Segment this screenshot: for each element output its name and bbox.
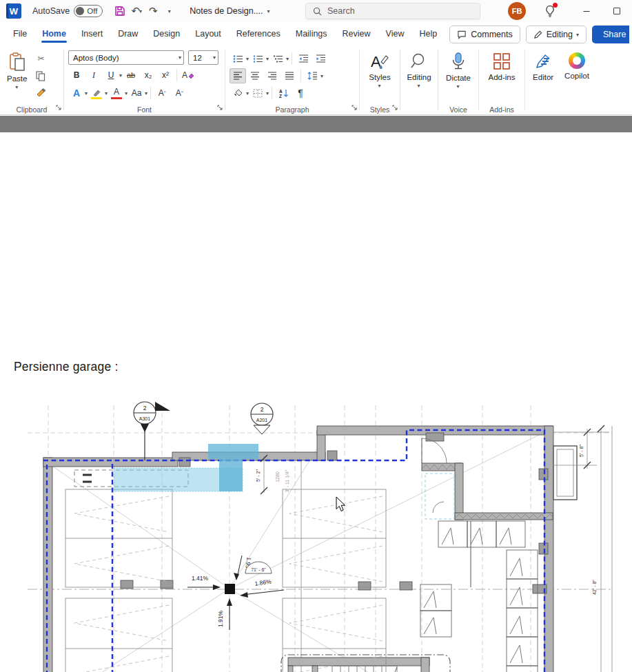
font-color-chevron-icon[interactable]: ▾ bbox=[125, 90, 128, 96]
whats-new-button[interactable] bbox=[541, 2, 559, 20]
copy-button[interactable] bbox=[32, 68, 49, 83]
paste-chevron-icon: ▾ bbox=[15, 84, 18, 90]
change-case-button[interactable]: Aa bbox=[128, 85, 145, 101]
editing-group: Editing ▾ bbox=[400, 47, 438, 115]
callout-a201: 2 A201 bbox=[251, 403, 273, 434]
editing-button[interactable]: Editing ▾ bbox=[402, 50, 435, 104]
justify-button[interactable] bbox=[281, 68, 298, 83]
addins-icon bbox=[493, 52, 511, 70]
share-button[interactable]: Share bbox=[592, 26, 629, 43]
tab-review[interactable]: Review bbox=[335, 25, 378, 44]
multilevel-chevron-icon[interactable]: ▾ bbox=[286, 56, 289, 62]
shrink-font-button[interactable]: Aˇ bbox=[171, 85, 187, 101]
minimize-button[interactable]: ─ bbox=[571, 0, 602, 22]
text-effects-chevron-icon[interactable]: ▾ bbox=[85, 90, 88, 96]
selection-highlight[interactable] bbox=[114, 444, 258, 491]
change-case-chevron-icon[interactable]: ▾ bbox=[145, 90, 147, 96]
tab-mailings[interactable]: Mailings bbox=[288, 25, 335, 44]
superscript-button[interactable]: x² bbox=[157, 68, 174, 83]
tab-draw[interactable]: Draw bbox=[110, 25, 145, 44]
canvas-gap bbox=[0, 116, 632, 132]
multilevel-list-button[interactable] bbox=[269, 51, 286, 66]
numbering-button[interactable] bbox=[249, 51, 266, 66]
ribbon-tab-strip: File Home Insert Draw Design Layout Refe… bbox=[0, 22, 632, 47]
font-color-button[interactable]: A bbox=[108, 85, 125, 101]
subscript-button[interactable]: x₂ bbox=[140, 68, 156, 83]
bullets-button[interactable] bbox=[230, 51, 246, 66]
autosave-toggle[interactable]: Off bbox=[74, 5, 103, 17]
document-page[interactable]: Persienne garage : bbox=[0, 132, 632, 672]
spot-elevation: 71' - 6" bbox=[251, 567, 266, 572]
clear-formatting-button[interactable]: A bbox=[180, 68, 196, 83]
redo-button[interactable]: ↷ bbox=[145, 3, 161, 19]
tab-insert[interactable]: Insert bbox=[74, 25, 110, 44]
tab-layout[interactable]: Layout bbox=[187, 25, 229, 44]
paste-button[interactable]: Paste ▾ bbox=[3, 50, 31, 104]
decrease-indent-button[interactable] bbox=[295, 51, 312, 66]
editor-button[interactable]: Editor bbox=[529, 50, 558, 104]
floorplan-image[interactable]: 1.41% 1.86% 1.91% 1.95% 71' - 6" 2 A301 bbox=[14, 400, 613, 672]
cut-button[interactable]: ✂ bbox=[32, 51, 49, 66]
sort-button[interactable]: A Z bbox=[275, 85, 292, 101]
format-painter-button[interactable] bbox=[32, 85, 49, 101]
text-effects-button[interactable]: A bbox=[68, 85, 85, 101]
align-center-button[interactable] bbox=[247, 68, 263, 83]
copilot-button[interactable]: Copilot bbox=[560, 50, 593, 104]
paragraph-heading[interactable]: Persienne garage : bbox=[14, 360, 118, 374]
pencil-icon bbox=[533, 30, 542, 39]
bold-button[interactable]: B bbox=[68, 68, 85, 83]
font-group-label: Font bbox=[64, 105, 225, 114]
tab-help[interactable]: Help bbox=[411, 25, 445, 44]
shading-button[interactable] bbox=[230, 85, 246, 101]
editing-mode-button[interactable]: Editing ▾ bbox=[526, 26, 587, 43]
tab-home[interactable]: Home bbox=[34, 25, 74, 44]
numbering-icon bbox=[253, 54, 263, 63]
shading-chevron-icon[interactable]: ▾ bbox=[246, 90, 249, 96]
decrease-indent-icon bbox=[298, 54, 309, 63]
document-title[interactable]: Notes de Design.... ▾ bbox=[190, 6, 269, 16]
styles-button[interactable]: A Styles ▾ bbox=[365, 50, 394, 104]
undo-chevron-icon[interactable]: ▾ bbox=[139, 8, 142, 14]
styles-dialog-launcher[interactable] bbox=[392, 101, 398, 113]
qat-overflow-button[interactable]: ▾ bbox=[162, 3, 177, 19]
strikethrough-button[interactable]: ab bbox=[123, 68, 139, 83]
search-input[interactable]: Search bbox=[305, 3, 480, 19]
align-right-button[interactable] bbox=[264, 68, 281, 83]
underline-chevron-icon[interactable]: ▾ bbox=[119, 72, 122, 79]
grow-font-button[interactable]: Aˆ bbox=[154, 85, 170, 101]
italic-button[interactable]: I bbox=[85, 68, 102, 83]
align-left-button[interactable] bbox=[230, 68, 246, 83]
numbering-chevron-icon[interactable]: ▾ bbox=[266, 56, 269, 62]
font-dialog-launcher[interactable] bbox=[217, 101, 223, 113]
line-spacing-chevron-icon[interactable]: ▾ bbox=[320, 73, 323, 79]
font-size-combobox[interactable]: 12▾ bbox=[188, 50, 218, 65]
show-formatting-button[interactable]: ¶ bbox=[292, 85, 309, 101]
addins-button[interactable]: Add-ins bbox=[485, 50, 520, 104]
voice-group: Dictate ▾ Voice bbox=[438, 47, 478, 115]
paragraph-dialog-launcher[interactable] bbox=[351, 101, 357, 113]
tab-file[interactable]: File bbox=[6, 25, 34, 44]
line-spacing-button[interactable] bbox=[304, 68, 320, 83]
comment-icon bbox=[457, 30, 467, 39]
font-name-combobox[interactable]: Aptos (Body)▾ bbox=[68, 50, 184, 65]
borders-button[interactable] bbox=[249, 85, 266, 101]
title-chevron-icon: ▾ bbox=[267, 8, 270, 14]
increase-indent-button[interactable] bbox=[312, 51, 329, 66]
highlight-button[interactable] bbox=[88, 85, 105, 101]
borders-chevron-icon[interactable]: ▾ bbox=[266, 90, 269, 96]
tab-references[interactable]: References bbox=[229, 25, 288, 44]
tab-view[interactable]: View bbox=[378, 25, 412, 44]
clipboard-dialog-launcher[interactable] bbox=[56, 101, 61, 113]
dictate-button[interactable]: Dictate ▾ bbox=[442, 50, 475, 104]
bullets-chevron-icon[interactable]: ▾ bbox=[246, 56, 249, 62]
word-app-icon[interactable]: W bbox=[6, 3, 21, 19]
tab-design[interactable]: Design bbox=[145, 25, 187, 44]
underline-button[interactable]: U bbox=[103, 68, 119, 83]
undo-button[interactable]: ↶▾ bbox=[129, 3, 144, 19]
copy-icon bbox=[36, 71, 45, 81]
highlight-chevron-icon[interactable]: ▾ bbox=[105, 90, 108, 96]
comments-button[interactable]: Comments bbox=[449, 26, 520, 43]
account-avatar[interactable]: FB bbox=[508, 2, 526, 20]
save-button[interactable] bbox=[112, 3, 128, 19]
maximize-button[interactable] bbox=[602, 0, 632, 22]
